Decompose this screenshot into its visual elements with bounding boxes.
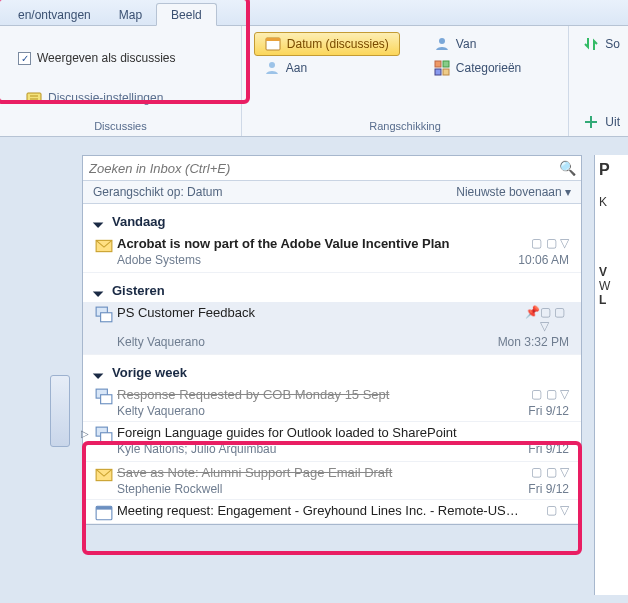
sort-header-left: Gerangschikt op: Datum xyxy=(93,185,222,199)
arrange-by-categorieen-button[interactable]: Categorieën xyxy=(424,56,531,80)
arrange-by-datum-button[interactable]: Datum (discussies) xyxy=(254,32,400,56)
message-item[interactable]: ▷ Foreign Language guides for Outlook lo… xyxy=(83,422,581,462)
thread-icon xyxy=(95,426,113,444)
message-item[interactable]: Acrobat is now part of the Adobe Value I… xyxy=(83,233,581,273)
svg-rect-6 xyxy=(443,61,449,67)
message-title: Save as Note: Alumni Support Page Email … xyxy=(117,465,392,480)
message-title: PS Customer Feedback xyxy=(117,305,255,333)
content-area: 🔍 Gerangschikt op: Datum Nieuwste bovena… xyxy=(0,137,628,603)
sort-header[interactable]: Gerangschikt op: Datum Nieuwste bovenaan xyxy=(83,181,581,204)
message-flags[interactable]: ▢ ▢ ▽ xyxy=(525,465,569,480)
message-from: Kelty Vaquerano xyxy=(117,404,205,418)
message-title: Foreign Language guides for Outlook load… xyxy=(117,425,457,440)
reading-pane-edge: P K V W L xyxy=(594,155,628,595)
message-flags[interactable]: 📌 ▢ ▢ ▽ xyxy=(525,305,569,333)
message-time: Fri 9/12 xyxy=(528,442,569,456)
ribbon-group-right: So Uit xyxy=(569,26,628,136)
svg-rect-8 xyxy=(443,69,449,75)
search-bar[interactable]: 🔍 xyxy=(83,156,581,181)
group-lastweek[interactable]: Vorige week xyxy=(83,355,581,384)
message-flags[interactable]: ▢ ▢ ▽ xyxy=(525,236,569,251)
arrange-by-van-button[interactable]: Van xyxy=(424,32,531,56)
message-title: Acrobat is now part of the Adobe Value I… xyxy=(117,236,450,251)
arrange-by-datum-label: Datum (discussies) xyxy=(287,37,389,51)
ribbon: Weergeven als discussies Discussie-inste… xyxy=(0,26,628,137)
svg-rect-2 xyxy=(266,38,280,41)
svg-rect-0 xyxy=(27,93,41,103)
expand-collapse-button[interactable]: Uit xyxy=(579,110,624,134)
message-title: Response Requested by COB Monday 15 Sept xyxy=(117,387,389,402)
message-time: Fri 9/12 xyxy=(528,482,569,496)
message-time: 10:06 AM xyxy=(518,253,569,267)
discussion-settings-label: Discussie-instellingen xyxy=(48,91,163,105)
message-from: Kelty Vaquerano xyxy=(117,335,205,349)
sort-header-right: Nieuwste bovenaan xyxy=(456,185,571,199)
show-as-threads-label: Weergeven als discussies xyxy=(37,51,176,65)
categories-icon xyxy=(434,60,450,76)
meeting-icon xyxy=(95,504,113,522)
show-as-threads-checkbox[interactable]: Weergeven als discussies xyxy=(8,32,233,84)
ribbon-group-discussies: Weergeven als discussies Discussie-inste… xyxy=(0,26,242,136)
message-item-selected[interactable]: PS Customer Feedback 📌 ▢ ▢ ▽ Kelty Vaque… xyxy=(83,302,581,355)
message-item[interactable]: Save as Note: Alumni Support Page Email … xyxy=(83,462,581,500)
svg-rect-18 xyxy=(96,506,112,509)
group-label-rangschikking: Rangschikking xyxy=(250,118,560,134)
settings-icon xyxy=(26,90,42,106)
svg-rect-13 xyxy=(101,395,112,404)
expand-collapse-label: Uit xyxy=(605,115,620,129)
discussion-settings-button[interactable]: Discussie-instellingen xyxy=(8,90,233,106)
to-icon xyxy=(264,60,280,76)
message-item[interactable]: Meeting request: Engagement - Greyhound … xyxy=(83,500,581,524)
reverse-sort-icon xyxy=(583,36,599,52)
search-icon[interactable]: 🔍 xyxy=(559,160,575,176)
message-flags[interactable] xyxy=(525,425,569,440)
message-list-pane: 🔍 Gerangschikt op: Datum Nieuwste bovena… xyxy=(82,155,582,525)
message-from: Adobe Systems xyxy=(117,253,201,267)
message-item[interactable]: Response Requested by COB Monday 15 Sept… xyxy=(83,384,581,422)
message-title: Meeting request: Engagement - Greyhound … xyxy=(117,503,519,518)
svg-rect-15 xyxy=(101,433,112,442)
svg-point-4 xyxy=(439,38,445,44)
search-input[interactable] xyxy=(89,161,559,176)
mail-icon xyxy=(95,466,113,484)
message-from: Stephenie Rockwell xyxy=(117,482,222,496)
mail-icon xyxy=(95,237,113,255)
message-time: Fri 9/12 xyxy=(528,404,569,418)
ribbon-tab-strip: en/ontvangen Map Beeld xyxy=(0,0,628,26)
tab-map[interactable]: Map xyxy=(105,4,156,25)
arrange-by-van-label: Van xyxy=(456,37,476,51)
message-time: Mon 3:32 PM xyxy=(498,335,569,349)
message-flags[interactable]: ▢ ▢ ▽ xyxy=(525,387,569,402)
reverse-sort-button[interactable]: So xyxy=(579,32,624,56)
arrange-by-categorieen-label: Categorieën xyxy=(456,61,521,75)
group-yesterday[interactable]: Gisteren xyxy=(83,273,581,302)
thread-icon xyxy=(95,306,113,324)
svg-rect-7 xyxy=(435,69,441,75)
checkbox-icon xyxy=(18,52,31,65)
svg-rect-5 xyxy=(435,61,441,67)
expand-chevron-icon[interactable]: ▷ xyxy=(81,428,89,439)
message-flags[interactable]: ▢ ▽ xyxy=(525,503,569,518)
arrange-by-aan-label: Aan xyxy=(286,61,307,75)
expand-icon xyxy=(583,114,599,130)
group-today[interactable]: Vandaag xyxy=(83,204,581,233)
ribbon-group-rangschikking: Datum (discussies) Aan Van Categorieën xyxy=(242,26,569,136)
tab-zenden-ontvangen[interactable]: en/ontvangen xyxy=(4,4,105,25)
svg-point-3 xyxy=(269,62,275,68)
tab-beeld[interactable]: Beeld xyxy=(156,3,217,26)
thread-icon xyxy=(95,388,113,406)
message-from: Kyle Nations; Julio Arquimbau xyxy=(117,442,276,456)
from-icon xyxy=(434,36,450,52)
svg-rect-11 xyxy=(101,313,112,322)
reverse-sort-label: So xyxy=(605,37,620,51)
date-icon xyxy=(265,36,281,52)
arrange-by-aan-button[interactable]: Aan xyxy=(254,56,400,80)
group-label-discussies: Discussies xyxy=(8,118,233,134)
